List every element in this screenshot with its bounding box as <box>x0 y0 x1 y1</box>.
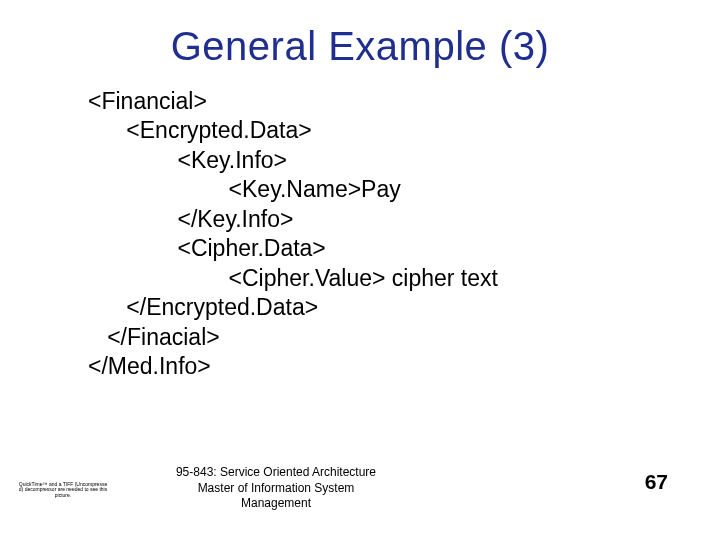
xml-code-block: <Financial> <Encrypted.Data> <Key.Info> … <box>0 87 720 381</box>
footer-program-line2: Management <box>116 496 436 512</box>
code-line: <Cipher.Value> cipher text <box>88 264 688 293</box>
footer-program-line1: Master of Information System <box>116 481 436 497</box>
code-line: </Key.Info> <box>88 205 688 234</box>
footer-course-info: 95-843: Service Oriented Architecture Ma… <box>116 465 436 512</box>
page-number: 67 <box>645 470 668 494</box>
code-line: <Key.Info> <box>88 146 688 175</box>
footer-course: 95-843: Service Oriented Architecture <box>116 465 436 481</box>
code-line: <Key.Name>Pay <box>88 175 688 204</box>
code-line: <Financial> <box>88 87 688 116</box>
slide: General Example (3) <Financial> <Encrypt… <box>0 0 720 540</box>
slide-title: General Example (3) <box>0 0 720 87</box>
code-line: <Cipher.Data> <box>88 234 688 263</box>
footer-micro-text: QuickTime™ and a TIFF (Uncompressed) dec… <box>18 482 108 499</box>
code-line: </Med.Info> <box>88 352 688 381</box>
footer: QuickTime™ and a TIFF (Uncompressed) dec… <box>0 464 720 520</box>
code-line: <Encrypted.Data> <box>88 116 688 145</box>
code-line: </Finacial> <box>88 323 688 352</box>
code-line: </Encrypted.Data> <box>88 293 688 322</box>
